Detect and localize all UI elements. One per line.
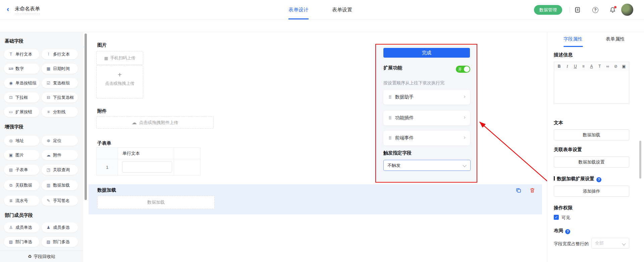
insert-image-icon[interactable]: ▣ <box>621 64 627 69</box>
drag-handle-icon[interactable]: ⠿ <box>388 136 392 141</box>
field-item-serial-number[interactable]: ≣流水号 <box>4 196 39 206</box>
chevron-right-icon: › <box>464 114 466 121</box>
ext-item-data-assistant[interactable]: ⠿数据助手› <box>383 90 470 105</box>
field-recycle-bin[interactable]: ♻字段回收站 <box>0 250 83 262</box>
address-icon: ◎ <box>8 138 13 143</box>
back-icon[interactable]: ‹ <box>7 5 9 14</box>
visible-checkbox[interactable]: ✓ <box>554 215 559 220</box>
done-button[interactable]: 完成 <box>383 48 470 58</box>
field-item-single-line-text[interactable]: T单行文本 <box>4 49 39 59</box>
field-item-checkbox-group[interactable]: ☑复选框组 <box>42 78 78 88</box>
dataload-field-input[interactable]: 数据加载 <box>97 196 215 209</box>
avatar[interactable] <box>621 4 633 16</box>
notification-badge <box>614 6 616 8</box>
field-item-address[interactable]: ◎地址 <box>4 136 39 146</box>
field-item-number[interactable]: 123数字 <box>4 64 39 74</box>
field-item-relation-query[interactable]: ◳关联查询 <box>42 165 78 175</box>
multi-select-icon: ⊟ <box>46 95 51 100</box>
field-item-label: 成员单选 <box>15 225 32 231</box>
image-icon: ▣ <box>8 153 13 157</box>
align-icon[interactable]: ≡ <box>581 64 586 69</box>
field-title-input[interactable]: 数据加载 <box>554 129 629 140</box>
field-item-image[interactable]: ▣图片 <box>4 150 39 160</box>
field-item-extend-button[interactable]: ▭扩展按钮 <box>4 107 39 117</box>
address-book-icon[interactable] <box>574 7 581 13</box>
field-item-label: 多行文本 <box>53 52 70 57</box>
ext-item-frontend-event[interactable]: ⠿前端事件› <box>383 131 470 145</box>
field-item-label: 部门多选 <box>53 239 70 245</box>
divider-icon: ≡ <box>46 110 51 114</box>
extension-toggle[interactable]: 开 <box>456 66 470 73</box>
tab-form-design[interactable]: 表单设计 <box>288 0 309 19</box>
field-item-label: 分割线 <box>53 109 66 115</box>
plus-icon: + <box>97 71 143 79</box>
field-item-relation-data[interactable]: ⧉关联数据 <box>4 180 39 190</box>
description-textarea[interactable] <box>554 71 629 104</box>
field-item-radio-group[interactable]: ◉单选按钮组 <box>4 78 39 88</box>
ext-item-label: 前端事件 <box>395 135 414 141</box>
ext-item-label: 数据助手 <box>395 94 414 100</box>
field-item-divider[interactable]: ≡分割线 <box>42 107 78 117</box>
field-item-multi-line-text[interactable]: ⊺多行文本 <box>42 49 78 59</box>
help-icon[interactable]: ? <box>592 7 598 13</box>
checkbox-group-icon: ☑ <box>46 81 51 85</box>
field-item-dept-multi[interactable]: ▨部门多选 <box>42 237 78 247</box>
field-item-signature[interactable]: ✎手写签名 <box>42 196 78 206</box>
bold-icon[interactable]: B <box>556 64 562 69</box>
copy-field-icon[interactable] <box>516 187 522 195</box>
field-item-dept-single[interactable]: ▧部门单选 <box>4 237 39 247</box>
qr-upload-button[interactable]: ▦ 手机扫码上传 <box>96 51 143 65</box>
font-size-icon[interactable]: T <box>597 64 602 69</box>
link-icon[interactable]: ∞ <box>605 64 610 69</box>
field-item-label: 复选框组 <box>53 80 70 86</box>
attachment-upload-dropzone[interactable]: ☁ 点击或拖拽附件上传 <box>96 116 214 129</box>
help-circle-icon[interactable]: ? <box>596 177 601 182</box>
unlink-icon[interactable]: ⊘ <box>613 64 619 69</box>
tab-form-settings[interactable]: 表单设置 <box>332 0 352 18</box>
sidebar-group-title: 部门成员字段 <box>5 212 33 218</box>
notification-bell-icon[interactable] <box>609 7 616 13</box>
image-upload-dropzone[interactable]: + 点击或拖拽上传 <box>96 65 143 99</box>
field-item-label: 关联数据 <box>15 183 32 188</box>
relation-data-icon: ⧉ <box>8 183 13 188</box>
tab-form-props[interactable]: 表单属性 <box>606 36 625 42</box>
tab-field-props[interactable]: 字段属性 <box>564 36 582 42</box>
dataload-settings-button[interactable]: 数据加载设置 <box>554 156 629 168</box>
recycle-label: 字段回收站 <box>34 254 55 260</box>
recycle-icon: ♻ <box>28 254 32 259</box>
subform-field-label: 子表单 <box>97 140 111 146</box>
image-field-label: 图片 <box>97 42 107 48</box>
layout-help-icon[interactable]: ? <box>565 229 570 234</box>
underline-icon[interactable]: U <box>573 64 578 69</box>
chevron-right-icon: › <box>464 93 466 100</box>
field-item-attachment[interactable]: ☁附件 <box>42 150 78 160</box>
richtext-toolbar: BIU≡AT∞⊘▣ <box>554 62 629 71</box>
extension-title: 扩展功能 <box>383 65 402 71</box>
data-manage-button[interactable]: 数据管理 <box>534 5 562 15</box>
ext-settings-section-label: 数据加载扩展设置? <box>554 176 601 182</box>
add-operation-button[interactable]: 添加操作 <box>554 186 629 197</box>
field-item-member-multi[interactable]: ♟成员多选 <box>42 222 78 233</box>
field-item-multi-select[interactable]: ⊟下拉复选框 <box>42 92 78 103</box>
font-color-icon[interactable]: A <box>589 64 594 69</box>
visible-checkbox-label: 可见 <box>561 215 570 221</box>
field-item-subform[interactable]: ▤子表单 <box>4 165 39 175</box>
inspector-scrollbar[interactable] <box>639 141 641 179</box>
delete-field-icon[interactable] <box>529 187 535 195</box>
trigger-field-select[interactable]: 不触发 <box>383 160 471 171</box>
field-item-datetime[interactable]: ▦日期时间 <box>42 64 78 74</box>
field-item-member-single[interactable]: ♙成员单选 <box>4 222 39 233</box>
form-title[interactable]: 未命名表单 <box>15 6 40 14</box>
drag-handle-icon[interactable]: ⠿ <box>388 116 392 121</box>
field-item-select[interactable]: ⊡下拉框 <box>4 92 39 103</box>
sidebar-group-title: 增强字段 <box>5 124 23 130</box>
field-item-locate[interactable]: ⊕定位 <box>42 136 78 146</box>
italic-icon[interactable]: I <box>565 64 570 69</box>
ext-item-plugin[interactable]: ⠿功能插件› <box>383 111 470 125</box>
canvas-left-scrollbar[interactable] <box>85 34 87 200</box>
subform-text-input[interactable] <box>122 161 172 173</box>
field-width-select[interactable]: 全部 <box>591 238 629 249</box>
field-item-data-load[interactable]: ▥数据加载 <box>42 180 78 190</box>
header-divider <box>570 7 570 13</box>
drag-handle-icon[interactable]: ⠿ <box>388 95 392 100</box>
